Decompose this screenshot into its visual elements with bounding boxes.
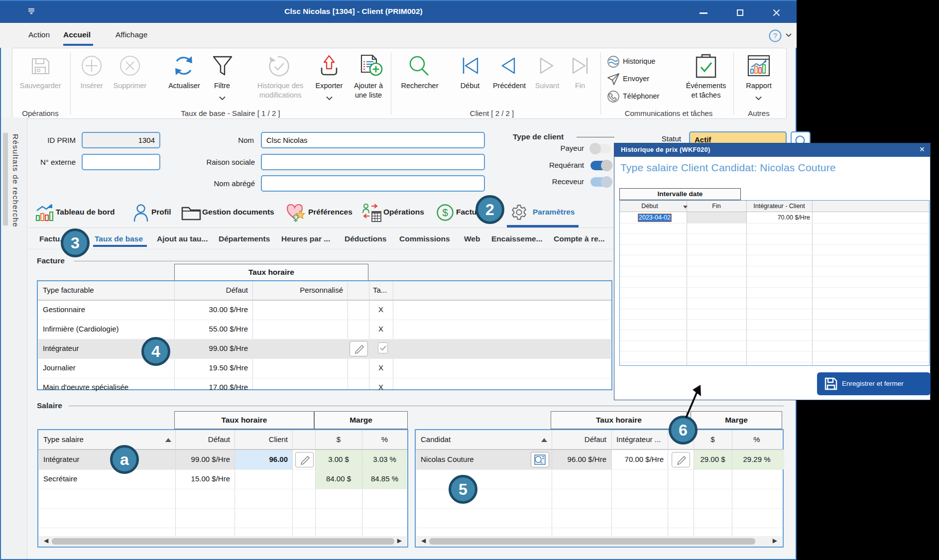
svg-text:$: $ <box>442 207 448 218</box>
svg-text:?: ? <box>773 32 777 40</box>
